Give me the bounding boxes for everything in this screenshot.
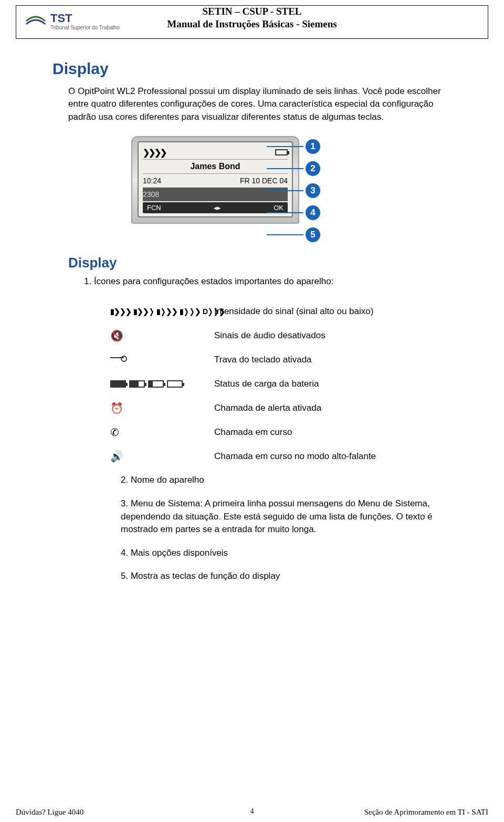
svg-text:Tribunal Superior do Trabalho: Tribunal Superior do Trabalho [50,25,120,30]
legend-battery: Status de carga da bateria [110,376,452,392]
page-number: 4 [250,807,254,816]
legend-signal: ▮❯❯❯▮❯❯❭▮❭❯❯▮❭❭❯D❭❭❯ Intensidade do sina… [110,304,452,319]
callout-5: 5 [306,227,320,242]
legend-speaker-label: Chamada em curso no modo alto-falante [214,451,376,462]
page-header: SETIN – CSUP - STEL Manual de Instruções… [0,0,504,39]
phone-screen: ❯❯❯❯ James Bond 10:24 FR 10 DEC 04 2308 … [138,141,293,217]
callout-3: 3 [306,183,320,198]
num-item-2: 2. Nome do aparelho [121,474,452,487]
legend-alarm-label: Chamada de alerta ativada [214,403,321,413]
screen-softkeys: FCN ◂▸ OK [143,202,288,213]
callout-column: 1 2 3 4 5 [306,136,320,242]
screen-status-row: ❯❯❯❯ [143,145,288,159]
signal-levels-icon: ▮❯❯❯▮❯❯❭▮❭❯❯▮❭❭❯D❭❭❯ [110,307,200,316]
svg-text:TST: TST [50,12,72,25]
screen-date: FR 10 DEC 04 [240,176,288,185]
mute-icon: 🔇 [110,329,123,342]
key-icon [110,357,124,358]
legend-mute: 🔇 Sinais de áudio desativados [110,328,452,344]
num-item-3: 3. Menu de Sistema: A primeira linha pos… [121,497,452,536]
page-content: Display O OpitPoint WL2 Professional pos… [0,39,504,584]
screen-time: 10:24 [143,176,161,185]
alarm-icon: ⏰ [110,402,123,414]
legend-keylock: Trava do teclado ativada [110,352,452,368]
screen-extension: 2308 [143,188,288,201]
icon-legend: ▮❯❯❯▮❯❯❭▮❭❯❯▮❭❭❯D❭❭❯ Intensidade do sina… [110,304,452,464]
footer-right: Seção de Aprimoramento em TI - SATI [364,808,488,817]
legend-keylock-label: Trava do teclado ativada [214,355,312,365]
softkey-right: OK [274,204,284,212]
legend-signal-label: Intensidade do sinal (sinal alto ou baix… [214,306,373,317]
handset-icon: ✆ [110,426,119,439]
phone-figure: ❯❯❯❯ James Bond 10:24 FR 10 DEC 04 2308 … [131,136,373,242]
tst-logo-svg: TST Tribunal Superior do Trabalho [24,11,134,34]
legend-battery-label: Status de carga da bateria [214,379,319,389]
tst-logo: TST Tribunal Superior do Trabalho [16,6,142,38]
list-item-1: 1. Ícones para configurações estados imp… [84,275,452,288]
battery-levels-icon [110,380,200,388]
legend-speaker: 🔊 Chamada em curso no modo alto-falante [110,449,452,464]
footer-left: Dúvidas? Ligue 4040 [16,808,83,817]
legend-call: ✆ Chamada em curso [110,424,452,440]
speaker-icon: 🔊 [110,450,123,463]
legend-alarm: ⏰ Chamada de alerta ativada [110,400,452,416]
screen-extension-value: 2308 [143,190,159,199]
battery-icon [275,149,288,155]
phone-body: ❯❯❯❯ James Bond 10:24 FR 10 DEC 04 2308 … [131,136,299,224]
screen-datetime-row: 10:24 FR 10 DEC 04 [143,174,288,188]
screen-name: James Bond [143,159,288,174]
num-item-5: 5. Mostra as teclas de função do display [121,570,452,583]
numbered-list: 2. Nome do aparelho 3. Menu de Sistema: … [121,474,452,583]
section-title-display-1: Display [52,60,452,78]
softkey-mid: ◂▸ [214,204,221,212]
callout-1: 1 [306,139,320,154]
num-item-4: 4. Mais opções disponíveis [121,547,452,560]
callout-2: 2 [306,161,320,176]
legend-mute-label: Sinais de áudio desativados [214,330,326,341]
callout-4: 4 [306,205,320,220]
legend-call-label: Chamada em curso [214,427,292,438]
softkey-left: FCN [147,204,161,212]
section-title-display-2: Display [68,255,452,271]
signal-icon: ❯❯❯❯ [143,148,166,158]
intro-paragraph: O OpitPoint WL2 Professional possui um d… [68,85,452,124]
